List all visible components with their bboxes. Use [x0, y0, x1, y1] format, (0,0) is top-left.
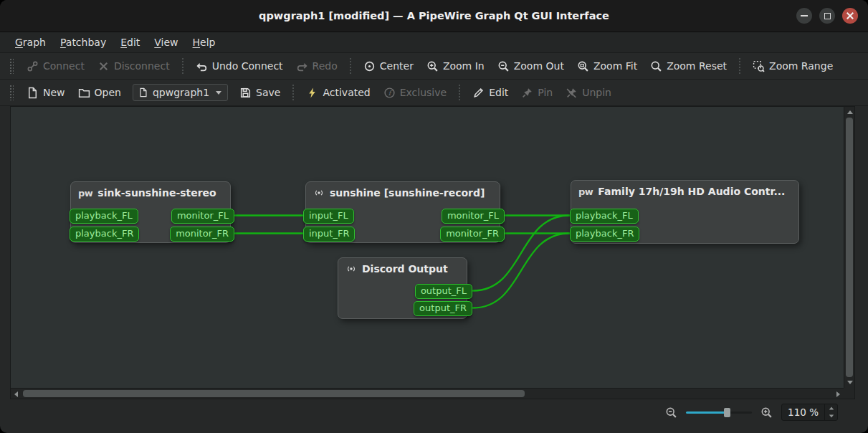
toolbar-separator: [350, 58, 351, 74]
close-button[interactable]: [842, 8, 858, 24]
patchbay-toolbar: New Open qpwgraph1 Save Act: [0, 80, 868, 106]
zoom-out-button[interactable]: Zoom Out: [491, 56, 571, 76]
node-sink-sunshine-stereo[interactable]: pw sink-sunshine-stereo playback_FL play…: [70, 181, 231, 243]
statusbar-zoom-in-icon[interactable]: [760, 406, 773, 419]
save-icon: [239, 87, 252, 99]
unpin-button[interactable]: Unpin: [559, 82, 618, 103]
node-header: pw sink-sunshine-stereo: [78, 187, 216, 199]
unpin-icon: [566, 87, 578, 99]
disconnect-label: Disconnect: [114, 60, 170, 72]
zoom-slider-handle[interactable]: [724, 408, 730, 417]
open-label: Open: [95, 87, 121, 98]
menu-help[interactable]: Help: [186, 34, 222, 51]
node-discord-output[interactable]: Discord Output output_FL output_FR: [338, 257, 467, 319]
port-input[interactable]: playback_FL: [70, 209, 138, 224]
close-icon: [846, 11, 854, 20]
activated-lightning-icon: [306, 87, 318, 99]
scroll-right-arrow[interactable]: [833, 389, 844, 399]
redo-button[interactable]: Redo: [290, 56, 344, 76]
scroll-down-arrow[interactable]: [844, 377, 855, 388]
horizontal-scroll-handle[interactable]: [23, 390, 525, 397]
save-button[interactable]: Save: [233, 82, 287, 103]
menu-edit[interactable]: Edit: [114, 34, 146, 51]
toolbar-handle[interactable]: [9, 85, 14, 100]
menu-graph[interactable]: Graph: [9, 34, 52, 51]
new-file-icon: [27, 87, 39, 99]
new-button[interactable]: New: [20, 82, 72, 103]
zoom-in-icon: [426, 60, 439, 72]
port-input[interactable]: input_FL: [303, 209, 354, 224]
connect-button[interactable]: Connect: [20, 56, 91, 76]
pipewire-icon: pw: [78, 188, 92, 199]
zoom-spinbox[interactable]: 110 %: [781, 404, 838, 421]
zoom-out-icon: [497, 60, 510, 72]
maximize-icon: [824, 13, 831, 19]
node-title: Discord Output: [362, 263, 448, 275]
undo-connect-button[interactable]: Undo Connect: [189, 56, 290, 76]
port-input[interactable]: playback_FR: [570, 227, 639, 242]
toolbar-separator: [182, 58, 183, 74]
open-button[interactable]: Open: [72, 82, 128, 103]
connection-wires: [11, 107, 844, 388]
record-icon: [345, 263, 357, 275]
port-input[interactable]: playback_FR: [70, 227, 139, 242]
vertical-scroll-handle[interactable]: [846, 118, 853, 377]
graph-canvas[interactable]: pw sink-sunshine-stereo playback_FL play…: [11, 107, 844, 388]
edit-button[interactable]: Edit: [466, 82, 515, 103]
port-input[interactable]: input_FR: [303, 227, 355, 242]
exclusive-icon: f: [383, 87, 396, 99]
minimize-button[interactable]: [796, 8, 812, 24]
vertical-scrollbar[interactable]: [844, 107, 854, 388]
minimize-icon: [801, 15, 808, 16]
port-output[interactable]: output_FR: [414, 301, 472, 316]
port-output[interactable]: output_FL: [415, 284, 472, 299]
statusbar-zoom-out-icon[interactable]: [665, 406, 677, 419]
zoom-slider[interactable]: [686, 406, 752, 419]
scroll-left-arrow[interactable]: [11, 389, 22, 399]
horizontal-scrollbar[interactable]: [11, 388, 844, 399]
menu-view[interactable]: View: [148, 34, 184, 51]
connect-icon: [27, 60, 39, 72]
zoom-fit-button[interactable]: Zoom Fit: [571, 56, 644, 76]
port-output[interactable]: monitor_FR: [170, 227, 234, 242]
disconnect-button[interactable]: Disconnect: [91, 56, 176, 76]
undo-icon: [196, 60, 208, 72]
port-output[interactable]: monitor_FL: [171, 209, 234, 224]
window-title: qpwgraph1 [modified] — A PipeWire Graph …: [259, 10, 609, 22]
pipewire-icon: pw: [578, 186, 593, 197]
scrollbar-corner: [844, 388, 854, 399]
node-header: Discord Output: [345, 263, 448, 275]
exclusive-button[interactable]: f Exclusive: [377, 82, 453, 103]
center-icon: [363, 60, 376, 72]
new-label: New: [43, 87, 65, 98]
zoom-reset-button[interactable]: Zoom Reset: [644, 56, 733, 76]
port-input[interactable]: playback_FL: [570, 209, 639, 224]
node-family-hd-audio[interactable]: pw Family 17h/19h HD Audio Contr... play…: [571, 180, 799, 244]
zoom-reset-icon: [650, 60, 662, 72]
node-title: sink-sunshine-stereo: [97, 187, 216, 199]
toolbar-separator: [292, 85, 294, 100]
zoom-spin-up[interactable]: [825, 404, 837, 412]
toolbar-separator: [459, 85, 460, 100]
scroll-up-arrow[interactable]: [844, 107, 855, 118]
app-window: qpwgraph1 [modified] — A PipeWire Graph …: [0, 0, 868, 433]
activated-button[interactable]: Activated: [300, 82, 376, 103]
center-button[interactable]: Center: [357, 56, 420, 76]
zoom-range-button[interactable]: Zoom Range: [746, 56, 839, 76]
zoom-in-button[interactable]: Zoom In: [420, 56, 491, 76]
maximize-button[interactable]: [819, 8, 835, 24]
menu-patchbay[interactable]: Patchbay: [54, 34, 113, 51]
patchbay-profile-combo[interactable]: qpwgraph1: [133, 84, 228, 101]
node-title: Family 17h/19h HD Audio Contr...: [598, 186, 785, 197]
graph-view: pw sink-sunshine-stereo playback_FL play…: [10, 106, 855, 399]
node-sunshine[interactable]: sunshine [sunshine-record] input_FL inpu…: [305, 181, 500, 243]
zoom-spin-down[interactable]: [825, 412, 837, 420]
pin-button[interactable]: Pin: [515, 82, 559, 103]
port-output[interactable]: monitor_FL: [442, 209, 505, 224]
port-output[interactable]: monitor_FR: [440, 227, 505, 242]
toolbar-handle[interactable]: [9, 58, 14, 74]
zoom-range-label: Zoom Range: [769, 60, 833, 72]
exclusive-label: Exclusive: [400, 87, 447, 98]
toolbar-separator: [739, 58, 740, 74]
zoom-fit-icon: [577, 60, 589, 72]
